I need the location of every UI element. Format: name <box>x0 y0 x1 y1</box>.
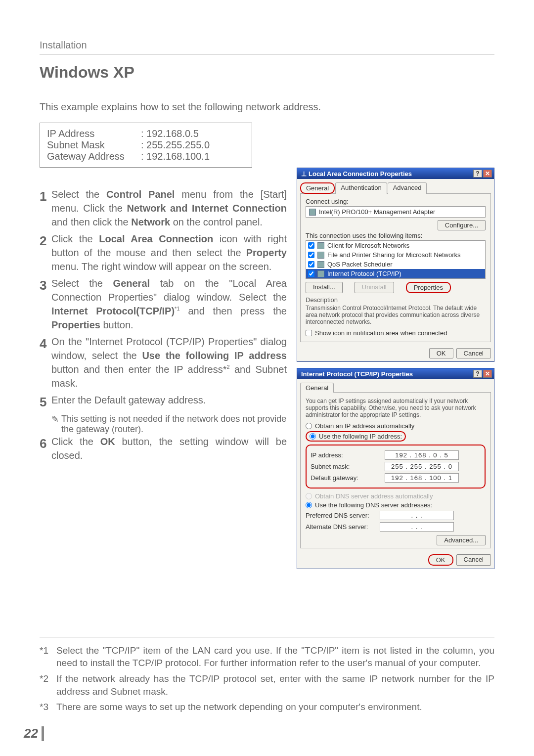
items-list[interactable]: Client for Microsoft Networks File and P… <box>306 240 486 279</box>
intro-text: This example explains how to set the fol… <box>40 101 494 113</box>
chapter-title: Installation <box>40 40 494 54</box>
dialog1-title: ⊥Local Area Connection Properties <box>301 170 412 178</box>
fn3-num: *3 <box>40 701 56 713</box>
fn3: There are some ways to set up the networ… <box>56 701 422 713</box>
cancel-button-2[interactable]: Cancel <box>456 554 491 566</box>
chk-item1[interactable] <box>308 242 314 249</box>
tab-authentication[interactable]: Authentication <box>335 182 387 194</box>
ok-button-2[interactable]: OK <box>428 554 453 566</box>
obtain-ip-label: Obtain an IP address automatically <box>315 422 414 430</box>
uses-items-label: This connection uses the following items… <box>306 232 486 239</box>
radio-obtain-dns <box>306 493 312 499</box>
pref-dns-label: Preferred DNS server: <box>306 512 380 519</box>
pref-dns-field[interactable]: . . . <box>380 511 454 520</box>
pencil-icon: ✎ <box>51 414 61 435</box>
step-num-4: 4 <box>40 335 51 390</box>
tcpip-icon <box>317 270 324 277</box>
item1: Client for Microsoft Networks <box>327 242 409 249</box>
page-number: 22 <box>24 726 38 741</box>
radio-obtain-ip[interactable] <box>306 423 312 429</box>
adapter-field: Intel(R) PRO/100+ Management Adapter <box>306 206 486 218</box>
mask-value: : 255.255.255.0 <box>141 139 210 151</box>
local-area-connection-dialog: ⊥Local Area Connection Properties ? ✕ Ge… <box>297 168 494 362</box>
section-title: Windows XP <box>40 63 494 82</box>
close-icon[interactable]: ✕ <box>483 370 492 378</box>
chk-item2[interactable] <box>308 252 314 258</box>
ip-label: IP Address <box>47 128 141 139</box>
mask-label: Subnet Mask <box>47 139 141 151</box>
alt-dns-label: Alternate DNS server: <box>306 523 380 531</box>
use-dns-label: Use the following DNS server addresses: <box>315 501 432 509</box>
ip-value: : 192.168.0.5 <box>141 128 199 139</box>
address-box: IP Address: 192.168.0.5 Subnet Mask: 255… <box>40 123 252 168</box>
step-1: Select the Control Panel menu from the [… <box>51 187 287 229</box>
step-5: Enter the Default gateway address. <box>51 393 287 411</box>
step-num-5: 5 <box>40 393 51 411</box>
radio-use-dns[interactable] <box>306 502 312 508</box>
uninstall-button: Uninstall <box>355 282 394 293</box>
tcpip-properties-dialog: Internet Protocol (TCP/IP) Properties ? … <box>297 368 494 569</box>
subnet-mask-label: Subnet mask: <box>311 463 385 470</box>
description-label: Description <box>306 296 486 304</box>
gw-value: : 192.168.100.1 <box>141 151 210 162</box>
client-icon <box>317 242 324 249</box>
step-num-2: 2 <box>40 232 51 273</box>
gw-label: Gateway Address <box>47 151 141 162</box>
qos-icon <box>317 261 324 268</box>
tab-general-2[interactable]: General <box>300 383 334 393</box>
radio-use-ip[interactable] <box>310 433 316 440</box>
install-button[interactable]: Install... <box>306 282 343 293</box>
ip-address-label: IP address: <box>311 451 385 459</box>
dialog2-title: Internet Protocol (TCP/IP) Properties <box>301 370 413 378</box>
chk-item3[interactable] <box>308 261 314 267</box>
description-text: Transmission Control Protocol/Internet P… <box>306 305 486 325</box>
step-5-note: This setting is not needed if the networ… <box>61 414 287 435</box>
fn1: Select the "TCP/IP" item of the LAN card… <box>56 644 494 669</box>
show-icon-checkbox[interactable] <box>306 330 312 336</box>
gateway-field[interactable]: 192 . 168 . 100 . 1 <box>385 473 459 483</box>
tab-advanced[interactable]: Advanced <box>388 182 427 194</box>
use-ip-label: Use the following IP address: <box>319 433 402 440</box>
gateway-label: Default gateway: <box>311 474 385 482</box>
tab-general[interactable]: General <box>300 182 335 194</box>
configure-button[interactable]: Configure... <box>438 220 486 230</box>
alt-dns-field[interactable]: . . . <box>380 522 454 532</box>
fn2: If the network already has the TCP/IP pr… <box>56 672 494 698</box>
step-num-6: 6 <box>40 435 51 462</box>
share-icon <box>317 252 324 259</box>
step-3: Select the General tab on the "Local Are… <box>51 276 287 332</box>
help-icon[interactable]: ? <box>473 370 482 378</box>
close-icon[interactable]: ✕ <box>483 170 492 178</box>
chk-item4[interactable] <box>308 270 314 277</box>
nic-icon <box>309 209 316 216</box>
footnotes: *1Select the "TCP/IP" item of the LAN ca… <box>40 637 494 716</box>
step-4: On the "Internet Protocol (TCP/IP) Prope… <box>51 335 287 390</box>
help-icon[interactable]: ? <box>473 170 482 178</box>
step-2: Click the Local Area Connection icon wit… <box>51 232 287 273</box>
advanced-button[interactable]: Advanced... <box>437 535 486 545</box>
ok-button[interactable]: OK <box>429 348 453 358</box>
connect-using-label: Connect using: <box>306 198 486 205</box>
tcpip-blurb: You can get IP settings assigned automat… <box>306 398 486 418</box>
item2: File and Printer Sharing for Microsoft N… <box>327 251 460 259</box>
fn1-num: *1 <box>40 644 56 669</box>
step-num-3: 3 <box>40 276 51 332</box>
item3: QoS Packet Scheduler <box>327 261 393 268</box>
obtain-dns-label: Obtain DNS server address automatically <box>315 492 433 500</box>
subnet-mask-field[interactable]: 255 . 255 . 255 . 0 <box>385 462 459 471</box>
step-num-1: 1 <box>40 187 51 229</box>
ip-address-field[interactable]: 192 . 168 . 0 . 5 <box>385 450 459 460</box>
fn2-num: *2 <box>40 672 56 698</box>
step-6: Click the OK button, the setting window … <box>51 435 287 462</box>
cancel-button[interactable]: Cancel <box>456 348 491 358</box>
properties-button[interactable]: Properties <box>406 282 451 293</box>
page-bar <box>42 726 44 741</box>
show-icon-label: Show icon in notification area when conn… <box>315 329 447 337</box>
steps-column: 1Select the Control Panel menu from the … <box>40 187 287 569</box>
item4: Internet Protocol (TCP/IP) <box>327 270 401 277</box>
